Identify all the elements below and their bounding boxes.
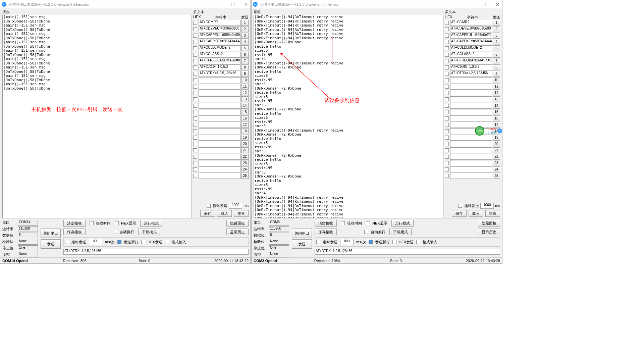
hex-checkbox-3[interactable]	[445, 34, 449, 38]
databit-select[interactable]: 8	[18, 233, 38, 238]
send-row-button-20[interactable]: 20	[241, 141, 249, 147]
command-input-20[interactable]	[199, 141, 240, 147]
hex-checkbox-20[interactable]	[193, 142, 197, 146]
send-button[interactable]: 发送	[292, 239, 312, 249]
send-row-button-6[interactable]: 6	[493, 52, 500, 58]
command-input-6[interactable]: AT+CCLASS=2	[199, 52, 240, 58]
hex-checkbox-5[interactable]	[445, 46, 449, 50]
close-port-button[interactable]: 关闭串口	[292, 229, 312, 238]
command-input-24[interactable]	[450, 166, 492, 172]
send-row-button-7[interactable]: 7	[241, 58, 249, 64]
loop-ms-input[interactable]: 1000	[229, 203, 242, 209]
send-row-button-9[interactable]: 9	[493, 71, 500, 77]
command-input-16[interactable]	[199, 115, 240, 121]
hex-checkbox-4[interactable]	[445, 40, 449, 44]
hex-checkbox-11[interactable]	[193, 85, 197, 89]
hex-checkbox-12[interactable]	[445, 91, 449, 95]
command-input-16[interactable]	[450, 115, 492, 121]
command-input-2[interactable]: AT+CDEVEUI=d896e0e00	[450, 26, 492, 32]
send-row-button-25[interactable]: 25	[493, 173, 500, 179]
send-row-button-25[interactable]: 25	[241, 173, 249, 179]
command-input-14[interactable]	[450, 103, 492, 109]
send-row-button-2[interactable]: 2	[493, 26, 500, 32]
command-input-20[interactable]	[450, 141, 492, 147]
hex-checkbox-8[interactable]	[445, 65, 449, 69]
hide-panel-button[interactable]: 隐藏面板	[478, 220, 500, 227]
hex-checkbox-23[interactable]	[445, 161, 449, 165]
send-row-button-3[interactable]: 3	[493, 33, 500, 39]
send-row-button-22[interactable]: 22	[241, 154, 249, 160]
hex-send-checkbox[interactable]	[141, 240, 145, 244]
command-input-1[interactable]: AT+CGMR?	[450, 20, 492, 26]
send-row-button-22[interactable]: 22	[493, 154, 500, 160]
send-row-button-23[interactable]: 23	[241, 160, 249, 166]
command-input-9[interactable]: AT+DTRX=1,2,5,123456	[450, 71, 492, 77]
hex-checkbox-14[interactable]	[193, 104, 197, 108]
loop-send-checkbox[interactable]	[458, 204, 462, 208]
command-input-6[interactable]: AT+CCLASS=2	[450, 52, 492, 58]
hex-checkbox-1[interactable]	[193, 21, 197, 25]
hex-checkbox-8[interactable]	[193, 65, 197, 69]
send-row-button-1[interactable]: 1	[493, 20, 500, 26]
close-icon[interactable]: ✕	[243, 2, 249, 7]
command-input-4[interactable]: AT+CAPPKEY=5B743AA44	[450, 39, 492, 45]
command-input-24[interactable]	[199, 166, 240, 172]
command-input-14[interactable]	[199, 103, 240, 109]
send-row-button-2[interactable]: 2	[241, 26, 249, 32]
command-input-23[interactable]	[199, 160, 240, 166]
save-rx-button[interactable]: 保存接收	[315, 229, 337, 235]
send-row-button-19[interactable]: 19	[241, 135, 249, 141]
fmt-input-checkbox[interactable]	[416, 240, 420, 244]
hex-checkbox-11[interactable]	[445, 85, 449, 89]
hex-checkbox-9[interactable]	[193, 72, 197, 76]
hex-checkbox-12[interactable]	[193, 91, 197, 95]
show-hist-button[interactable]: 显示历史	[226, 229, 249, 235]
command-input-4[interactable]: AT+CAPPKEY=5B743AA44	[199, 39, 240, 45]
receive-log[interactable]: [OnRxTimeout()-94]RxTimeout retry recive…	[254, 15, 443, 218]
command-input-23[interactable]	[450, 160, 492, 166]
hex-checkbox-16[interactable]	[445, 116, 449, 120]
hex-checkbox-10[interactable]	[445, 78, 449, 82]
hex-checkbox-7[interactable]	[193, 59, 197, 63]
command-input-13[interactable]	[199, 96, 240, 102]
flow-select[interactable]: None	[269, 252, 289, 257]
send-row-button-12[interactable]: 12	[493, 90, 500, 96]
command-input-19[interactable]	[199, 135, 240, 141]
command-input-15[interactable]	[199, 109, 240, 115]
plus-icon[interactable]: +	[497, 129, 502, 133]
command-input-22[interactable]	[199, 154, 240, 160]
timed-ms-input[interactable]: 800	[89, 239, 102, 245]
hide-panel-button[interactable]: 隐藏面板	[226, 220, 249, 227]
command-input-25[interactable]	[199, 173, 240, 179]
send-row-button-11[interactable]: 11	[241, 84, 249, 90]
command-input-8[interactable]: AT+CJOIN=1,0,5,3	[450, 64, 492, 70]
hex-checkbox-1[interactable]	[445, 21, 449, 25]
baud-select[interactable]: 115200	[269, 226, 289, 232]
hex-checkbox-6[interactable]	[193, 53, 197, 57]
command-input-2[interactable]: AT+CDEVEUI=d896e0e00	[199, 26, 240, 32]
command-input-10[interactable]	[450, 77, 492, 83]
loop-ms-input[interactable]: 1000	[480, 203, 494, 209]
command-input-3[interactable]: AT+CAPPEUI=d896e0efff0	[450, 33, 492, 39]
send-input[interactable]: AT+DTRX=1,2,5,123456	[315, 249, 500, 255]
send-row-button-16[interactable]: 16	[241, 115, 249, 121]
send-row-button-3[interactable]: 3	[241, 33, 249, 39]
clear-rx-button[interactable]: 清空接收	[63, 220, 86, 227]
hex-checkbox-18[interactable]	[193, 129, 197, 133]
rx-time-checkbox[interactable]	[90, 221, 94, 225]
reset-button[interactable]: 重置	[485, 210, 500, 217]
send-row-button-14[interactable]: 14	[241, 103, 249, 109]
parity-select[interactable]: None	[269, 239, 289, 245]
command-input-11[interactable]	[450, 84, 492, 90]
command-input-7[interactable]: AT+CFREQBANDMASK=0	[450, 58, 492, 64]
timed-ms-input[interactable]: 800	[340, 239, 354, 245]
clear-rx-button[interactable]: 清空接收	[315, 220, 337, 227]
hex-checkbox-5[interactable]	[193, 46, 197, 50]
send-row-button-21[interactable]: 21	[493, 147, 500, 153]
stopbit-select[interactable]: One	[269, 245, 289, 251]
timed-send-checkbox[interactable]	[65, 240, 69, 244]
hex-checkbox-24[interactable]	[445, 167, 449, 171]
hex-checkbox-15[interactable]	[193, 110, 197, 114]
send-row-button-7[interactable]: 7	[493, 58, 500, 64]
hex-checkbox-3[interactable]	[193, 34, 197, 38]
